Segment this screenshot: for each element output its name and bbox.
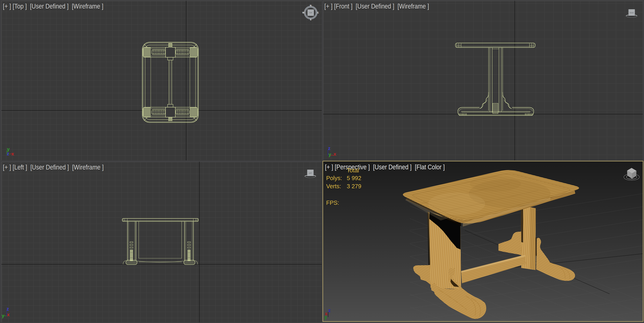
svg-text:y: y bbox=[328, 152, 331, 157]
svg-text:z: z bbox=[328, 146, 330, 151]
svg-text:z: z bbox=[328, 308, 331, 313]
svg-text:x: x bbox=[334, 151, 336, 157]
svg-text:W: W bbox=[302, 12, 304, 14]
svg-text:z: z bbox=[7, 151, 9, 156]
svg-text:LEFT: LEFT bbox=[309, 172, 312, 174]
svg-text:y: y bbox=[2, 313, 4, 318]
svg-text:S: S bbox=[310, 18, 311, 21]
svg-text:z: z bbox=[6, 306, 9, 312]
svg-text:x: x bbox=[12, 151, 14, 156]
svg-text:N: N bbox=[310, 4, 312, 7]
svg-text:TOP: TOP bbox=[309, 12, 312, 14]
svg-text:E: E bbox=[317, 12, 319, 14]
svg-text:x: x bbox=[7, 312, 10, 317]
svg-text:FRONT: FRONT bbox=[630, 12, 634, 14]
svg-text:x: x bbox=[325, 311, 328, 316]
